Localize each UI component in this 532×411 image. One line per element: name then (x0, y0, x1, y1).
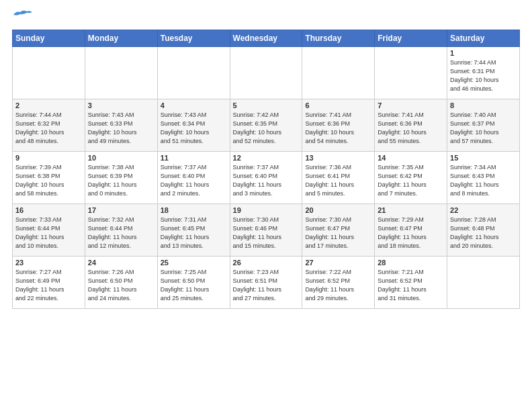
weekday-header-row: SundayMondayTuesdayWednesdayThursdayFrid… (13, 30, 520, 47)
calendar-cell: 17Sunrise: 7:32 AM Sunset: 6:44 PM Dayli… (85, 204, 157, 257)
day-info: Sunrise: 7:35 AM Sunset: 6:42 PM Dayligh… (378, 163, 444, 198)
day-number: 25 (161, 259, 227, 267)
day-number: 18 (161, 206, 227, 214)
calendar-cell: 8Sunrise: 7:40 AM Sunset: 6:37 PM Daylig… (447, 99, 520, 152)
week-row-2: 2Sunrise: 7:44 AM Sunset: 6:32 PM Daylig… (13, 99, 520, 152)
calendar-cell: 9Sunrise: 7:39 AM Sunset: 6:38 PM Daylig… (13, 152, 85, 204)
calendar-cell: 3Sunrise: 7:43 AM Sunset: 6:33 PM Daylig… (85, 99, 157, 152)
calendar-cell: 15Sunrise: 7:34 AM Sunset: 6:43 PM Dayli… (447, 152, 520, 204)
calendar-cell: 5Sunrise: 7:42 AM Sunset: 6:35 PM Daylig… (230, 99, 302, 152)
day-number: 17 (88, 206, 154, 214)
day-info: Sunrise: 7:26 AM Sunset: 6:50 PM Dayligh… (88, 268, 154, 303)
calendar-cell: 20Sunrise: 7:30 AM Sunset: 6:47 PM Dayli… (302, 204, 375, 257)
weekday-header-monday: Monday (85, 30, 157, 47)
day-info: Sunrise: 7:37 AM Sunset: 6:40 PM Dayligh… (233, 163, 300, 198)
day-number: 27 (305, 259, 371, 267)
calendar-cell (375, 47, 447, 99)
calendar-cell (302, 47, 375, 99)
day-info: Sunrise: 7:43 AM Sunset: 6:34 PM Dayligh… (161, 111, 227, 146)
day-info: Sunrise: 7:30 AM Sunset: 6:47 PM Dayligh… (305, 216, 371, 250)
day-number: 8 (450, 101, 517, 109)
calendar-cell: 4Sunrise: 7:43 AM Sunset: 6:34 PM Daylig… (157, 99, 230, 152)
day-number: 22 (450, 206, 517, 214)
day-info: Sunrise: 7:22 AM Sunset: 6:52 PM Dayligh… (305, 268, 371, 303)
day-number: 26 (233, 259, 300, 267)
week-row-5: 23Sunrise: 7:27 AM Sunset: 6:49 PM Dayli… (13, 257, 520, 309)
week-row-4: 16Sunrise: 7:33 AM Sunset: 6:44 PM Dayli… (13, 204, 520, 257)
week-row-1: 1Sunrise: 7:44 AM Sunset: 6:31 PM Daylig… (13, 47, 520, 99)
calendar-table: SundayMondayTuesdayWednesdayThursdayFrid… (12, 30, 520, 309)
day-number: 14 (378, 154, 444, 162)
weekday-header-friday: Friday (375, 30, 447, 47)
calendar-cell: 24Sunrise: 7:26 AM Sunset: 6:50 PM Dayli… (85, 257, 157, 309)
calendar-cell (447, 257, 520, 309)
day-number: 12 (233, 154, 300, 162)
day-info: Sunrise: 7:43 AM Sunset: 6:33 PM Dayligh… (88, 111, 154, 146)
day-info: Sunrise: 7:42 AM Sunset: 6:35 PM Dayligh… (233, 111, 300, 146)
day-number: 6 (305, 101, 371, 109)
day-info: Sunrise: 7:38 AM Sunset: 6:39 PM Dayligh… (88, 163, 154, 198)
calendar-cell: 14Sunrise: 7:35 AM Sunset: 6:42 PM Dayli… (375, 152, 447, 204)
day-info: Sunrise: 7:41 AM Sunset: 6:36 PM Dayligh… (305, 111, 371, 146)
weekday-header-tuesday: Tuesday (157, 30, 230, 47)
day-number: 20 (305, 206, 371, 214)
day-info: Sunrise: 7:44 AM Sunset: 6:32 PM Dayligh… (15, 111, 82, 146)
calendar-cell (13, 47, 85, 99)
day-info: Sunrise: 7:25 AM Sunset: 6:50 PM Dayligh… (161, 268, 227, 303)
day-number: 16 (15, 206, 82, 214)
calendar-cell: 25Sunrise: 7:25 AM Sunset: 6:50 PM Dayli… (157, 257, 230, 309)
calendar-header: SundayMondayTuesdayWednesdayThursdayFrid… (13, 30, 520, 47)
weekday-header-wednesday: Wednesday (230, 30, 302, 47)
day-number: 28 (378, 259, 444, 267)
day-info: Sunrise: 7:32 AM Sunset: 6:44 PM Dayligh… (88, 216, 154, 250)
calendar-cell: 19Sunrise: 7:30 AM Sunset: 6:46 PM Dayli… (230, 204, 302, 257)
calendar-cell: 27Sunrise: 7:22 AM Sunset: 6:52 PM Dayli… (302, 257, 375, 309)
calendar-cell: 2Sunrise: 7:44 AM Sunset: 6:32 PM Daylig… (13, 99, 85, 152)
day-number: 11 (161, 154, 227, 162)
day-number: 5 (233, 101, 300, 109)
day-info: Sunrise: 7:41 AM Sunset: 6:36 PM Dayligh… (378, 111, 444, 146)
day-number: 1 (450, 49, 517, 57)
calendar-cell: 23Sunrise: 7:27 AM Sunset: 6:49 PM Dayli… (13, 257, 85, 309)
page: SundayMondayTuesdayWednesdayThursdayFrid… (0, 0, 532, 411)
calendar-cell: 1Sunrise: 7:44 AM Sunset: 6:31 PM Daylig… (447, 47, 520, 99)
day-number: 24 (88, 259, 154, 267)
day-number: 9 (15, 154, 82, 162)
calendar-cell: 10Sunrise: 7:38 AM Sunset: 6:39 PM Dayli… (85, 152, 157, 204)
day-info: Sunrise: 7:27 AM Sunset: 6:49 PM Dayligh… (15, 268, 82, 303)
logo-bird-icon (13, 9, 32, 20)
calendar-cell: 12Sunrise: 7:37 AM Sunset: 6:40 PM Dayli… (230, 152, 302, 204)
day-info: Sunrise: 7:39 AM Sunset: 6:38 PM Dayligh… (15, 163, 82, 198)
day-info: Sunrise: 7:28 AM Sunset: 6:48 PM Dayligh… (450, 216, 517, 250)
calendar-cell: 13Sunrise: 7:36 AM Sunset: 6:41 PM Dayli… (302, 152, 375, 204)
calendar-cell (157, 47, 230, 99)
weekday-header-saturday: Saturday (447, 30, 520, 47)
calendar-body: 1Sunrise: 7:44 AM Sunset: 6:31 PM Daylig… (13, 47, 520, 309)
day-info: Sunrise: 7:21 AM Sunset: 6:52 PM Dayligh… (378, 268, 444, 303)
day-info: Sunrise: 7:36 AM Sunset: 6:41 PM Dayligh… (305, 163, 371, 198)
day-info: Sunrise: 7:30 AM Sunset: 6:46 PM Dayligh… (233, 216, 300, 250)
day-number: 15 (450, 154, 517, 162)
header (12, 12, 520, 23)
calendar-cell: 21Sunrise: 7:29 AM Sunset: 6:47 PM Dayli… (375, 204, 447, 257)
calendar-cell: 18Sunrise: 7:31 AM Sunset: 6:45 PM Dayli… (157, 204, 230, 257)
day-number: 2 (15, 101, 82, 109)
calendar-cell: 22Sunrise: 7:28 AM Sunset: 6:48 PM Dayli… (447, 204, 520, 257)
day-number: 4 (161, 101, 227, 109)
calendar-cell: 16Sunrise: 7:33 AM Sunset: 6:44 PM Dayli… (13, 204, 85, 257)
weekday-header-thursday: Thursday (302, 30, 375, 47)
day-info: Sunrise: 7:40 AM Sunset: 6:37 PM Dayligh… (450, 111, 517, 146)
day-number: 7 (378, 101, 444, 109)
day-number: 21 (378, 206, 444, 214)
day-info: Sunrise: 7:34 AM Sunset: 6:43 PM Dayligh… (450, 163, 517, 198)
logo (12, 12, 32, 23)
day-info: Sunrise: 7:33 AM Sunset: 6:44 PM Dayligh… (15, 216, 82, 250)
day-info: Sunrise: 7:37 AM Sunset: 6:40 PM Dayligh… (161, 163, 227, 198)
day-number: 10 (88, 154, 154, 162)
day-info: Sunrise: 7:31 AM Sunset: 6:45 PM Dayligh… (161, 216, 227, 250)
day-number: 23 (15, 259, 82, 267)
weekday-header-sunday: Sunday (13, 30, 85, 47)
day-info: Sunrise: 7:29 AM Sunset: 6:47 PM Dayligh… (378, 216, 444, 250)
calendar-cell: 7Sunrise: 7:41 AM Sunset: 6:36 PM Daylig… (375, 99, 447, 152)
week-row-3: 9Sunrise: 7:39 AM Sunset: 6:38 PM Daylig… (13, 152, 520, 204)
